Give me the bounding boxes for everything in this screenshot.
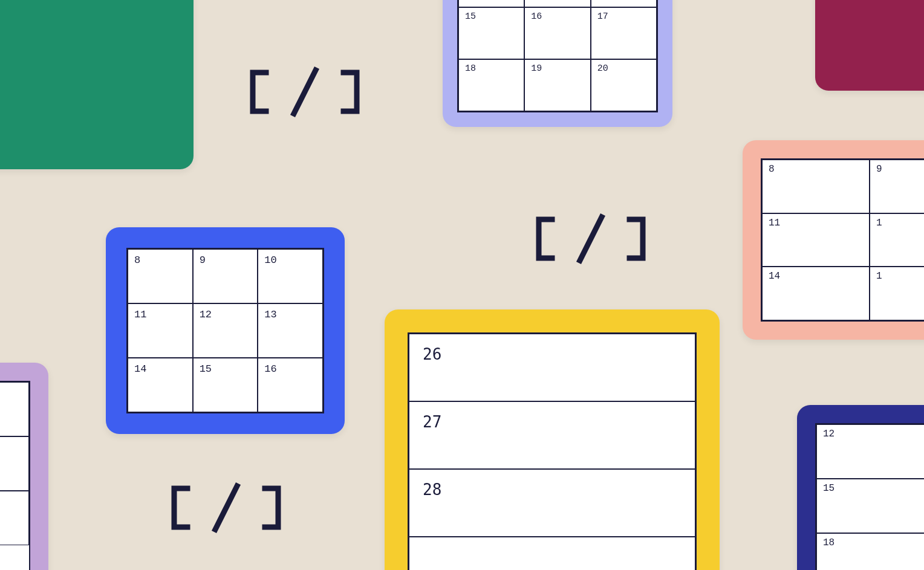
calendar-cell: 8 bbox=[762, 160, 870, 213]
calendar-cell bbox=[0, 436, 29, 491]
calendar-card-blue: 8 9 10 11 12 13 14 15 16 bbox=[106, 227, 345, 434]
calendar-cell: 12 bbox=[193, 303, 258, 358]
calendar-grid-lavender: 15 16 17 18 19 20 bbox=[457, 0, 658, 112]
calendar-cell: 8 bbox=[128, 249, 193, 303]
calendar-cell: 15 bbox=[193, 358, 258, 412]
calendar-card-lavender: 15 16 17 18 19 20 bbox=[443, 0, 672, 127]
calendar-cell: 28 bbox=[409, 469, 695, 537]
calendar-cell: 17 bbox=[591, 7, 657, 59]
calendar-cell: 14 bbox=[128, 358, 193, 412]
calendar-grid-navy: 12 15 18 bbox=[815, 423, 924, 570]
calendar-cell: 13 bbox=[258, 303, 323, 358]
calendar-card-pink: 8 9 11 1 14 1 bbox=[743, 140, 924, 340]
calendar-cell: 20 bbox=[591, 59, 657, 111]
svg-line-2 bbox=[215, 486, 237, 530]
calendar-cell bbox=[458, 0, 524, 7]
calendar-cell: 14 bbox=[762, 267, 870, 320]
calendar-cell: 19 bbox=[524, 59, 590, 111]
calendar-cell: 15 bbox=[816, 479, 924, 533]
calendar-grid-yellow: 26 27 28 bbox=[408, 332, 697, 570]
calendar-cell: 10 bbox=[258, 249, 323, 303]
calendar-cell: 16 bbox=[258, 358, 323, 412]
calendar-card-green: 5 6 bbox=[0, 0, 194, 169]
calendar-card-navy: 12 15 18 bbox=[797, 405, 924, 570]
calendar-cell: 11 bbox=[128, 303, 193, 358]
calendar-cell: 15 bbox=[458, 7, 524, 59]
calendar-grid-pink: 8 9 11 1 14 1 bbox=[761, 158, 924, 322]
svg-line-0 bbox=[294, 70, 316, 114]
svg-line-1 bbox=[580, 217, 602, 261]
calendar-cell bbox=[524, 0, 590, 7]
bracket-slash-icon bbox=[244, 62, 365, 122]
calendar-cell: 9 bbox=[193, 249, 258, 303]
calendar-cell: 12 bbox=[816, 424, 924, 479]
calendar-card-yellow: 26 27 28 bbox=[385, 309, 720, 570]
calendar-cell bbox=[409, 537, 695, 570]
calendar-cell bbox=[0, 382, 29, 436]
calendar-cell: 18 bbox=[458, 59, 524, 111]
calendar-grid-blue: 8 9 10 11 12 13 14 15 16 bbox=[126, 248, 324, 413]
calendar-card-lilac bbox=[0, 363, 48, 570]
calendar-cell: 27 bbox=[409, 401, 695, 469]
calendar-cell bbox=[591, 0, 657, 7]
bracket-slash-icon bbox=[166, 478, 287, 538]
calendar-cell: 1 bbox=[870, 267, 924, 320]
bracket-slash-icon bbox=[530, 209, 651, 269]
calendar-cell: 18 bbox=[816, 533, 924, 570]
calendar-cell: 1 bbox=[870, 213, 924, 267]
calendar-cell: 11 bbox=[762, 213, 870, 267]
calendar-cell: 9 bbox=[870, 160, 924, 213]
calendar-grid-lilac bbox=[0, 381, 30, 570]
calendar-cell: 26 bbox=[409, 334, 695, 401]
calendar-cell: 16 bbox=[524, 7, 590, 59]
calendar-cell bbox=[0, 491, 29, 545]
calendar-card-maroon bbox=[815, 0, 924, 91]
